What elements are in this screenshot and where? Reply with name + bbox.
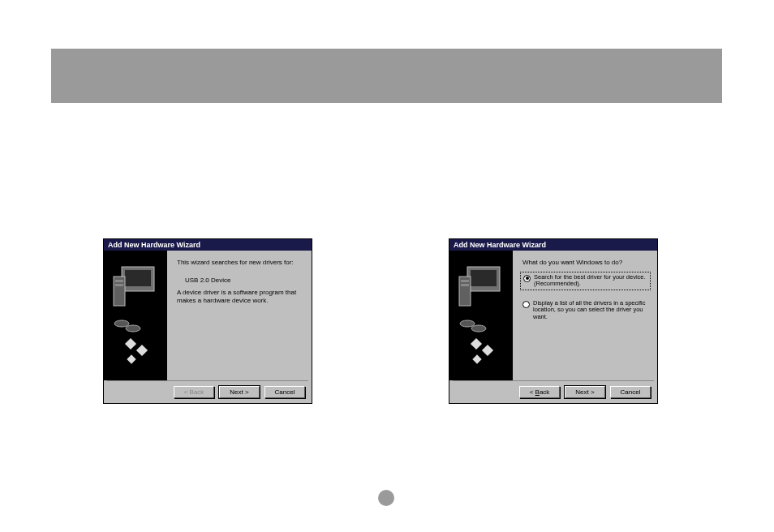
svg-rect-18	[482, 345, 493, 356]
cancel-button[interactable]: Cancel	[264, 386, 305, 398]
dialog1-description: A device driver is a software program th…	[177, 289, 305, 304]
radio-option-recommended[interactable]: Search for the best driver for your devi…	[520, 272, 651, 290]
svg-rect-13	[461, 280, 469, 282]
svg-rect-3	[115, 280, 123, 282]
dialog1-title: Add New Hardware Wizard	[108, 241, 200, 249]
svg-point-5	[114, 320, 129, 327]
computer-icon	[110, 265, 161, 371]
svg-rect-1	[125, 270, 151, 286]
svg-rect-11	[471, 270, 497, 286]
header-banner	[51, 49, 722, 103]
svg-rect-7	[125, 338, 136, 350]
radio-icon	[522, 301, 530, 308]
dialog2-title: Add New Hardware Wizard	[454, 241, 546, 249]
dialog2-question: What do you want Windows to do?	[522, 259, 651, 267]
svg-rect-9	[127, 354, 135, 363]
cancel-button[interactable]: Cancel	[610, 386, 651, 398]
svg-point-16	[471, 325, 486, 332]
dialog1-content: This wizard searches for new drivers for…	[167, 251, 312, 380]
dialog1-device: USB 2.0 Device	[185, 277, 305, 285]
computer-icon	[456, 265, 506, 371]
radio-option-list[interactable]: Display a list of all the drivers in a s…	[522, 300, 651, 321]
back-button[interactable]: < Back	[174, 386, 214, 398]
wizard-dialog-1: Add New Hardware Wizard This wiza	[103, 238, 312, 404]
dialog1-titlebar: Add New Hardware Wizard	[104, 239, 312, 251]
next-button[interactable]: Next >	[219, 386, 260, 398]
radio-label-2: Display a list of all the drivers in a s…	[533, 300, 651, 321]
dialog2-content: What do you want Windows to do? Search f…	[513, 251, 657, 380]
page-indicator	[378, 490, 394, 506]
dialog2-titlebar: Add New Hardware Wizard	[449, 239, 657, 251]
svg-point-15	[460, 320, 475, 327]
radio-label-1: Search for the best driver for your devi…	[534, 274, 647, 288]
wizard-sidebar-image	[449, 251, 513, 380]
dialog2-buttons: < Back Next > Cancel	[449, 381, 657, 403]
wizard-sidebar-image	[104, 251, 167, 380]
svg-rect-17	[471, 338, 482, 350]
svg-point-6	[126, 325, 140, 332]
svg-rect-8	[136, 345, 148, 356]
dialog1-buttons: < Back Next > Cancel	[104, 381, 312, 403]
svg-rect-19	[472, 354, 481, 363]
next-button[interactable]: Next >	[565, 386, 605, 398]
svg-rect-4	[115, 284, 123, 286]
dialog1-intro: This wizard searches for new drivers for…	[177, 259, 305, 267]
radio-icon	[523, 275, 531, 282]
svg-rect-14	[461, 284, 469, 286]
back-button[interactable]: < Back	[519, 386, 560, 398]
wizard-dialog-2: Add New Hardware Wizard What do you want…	[449, 238, 658, 404]
